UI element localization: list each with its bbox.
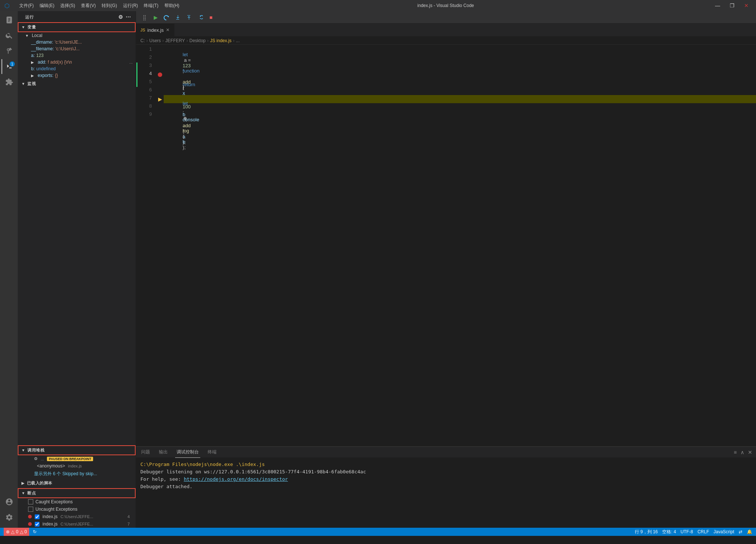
panel-tab-debug-console[interactable]: 调试控制台 — [175, 447, 200, 458]
code-line-1: let a = 123 ; — [164, 46, 756, 54]
uncaught-exceptions-checkbox[interactable] — [28, 507, 33, 512]
menu-terminal[interactable]: 终端(T) — [144, 3, 158, 9]
status-debug-run[interactable]: ↻ — [33, 529, 37, 534]
activity-settings[interactable] — [1, 510, 16, 525]
activity-debug[interactable]: 1 — [1, 59, 16, 74]
menu-run[interactable]: 运行(R) — [123, 3, 138, 9]
activity-extensions[interactable] — [1, 75, 16, 89]
breadcrumb-c[interactable]: C: — [140, 38, 145, 43]
loaded-scripts-header[interactable]: ▶ 已载入的脚本 — [18, 478, 136, 488]
terminal-path: C:\Program Files\nodejs\node.exe .\index… — [140, 462, 265, 467]
sidebar-title-icons[interactable]: ⚙ ⋯ — [118, 14, 131, 20]
code-content[interactable]: let a = 123 ; function add ( x ) — [164, 45, 756, 446]
line-num-1: 1 — [138, 46, 152, 54]
tab-js-icon: JS — [140, 28, 145, 32]
toolbar-drag-handle[interactable]: ⣿ — [140, 13, 149, 22]
local-group[interactable]: ▼ Local — [18, 32, 136, 39]
breakpoint-check-4[interactable] — [35, 514, 40, 519]
breadcrumb-desktop[interactable]: Desktop — [189, 38, 205, 43]
variables-header[interactable]: ▼ 变量 — [18, 22, 136, 32]
var-a[interactable]: a: 123 — [18, 52, 136, 59]
watch-header[interactable]: ▼ 监视 — [18, 79, 136, 89]
var-exports[interactable]: ▶ exports: {} — [18, 72, 136, 79]
status-debug-icon[interactable]: ⊗ △ 0 △ 0 — [4, 528, 29, 536]
breadcrumb-ellipsis[interactable]: ... — [236, 38, 240, 43]
breakpoint-check-7[interactable] — [35, 522, 40, 527]
menu-bar[interactable]: 文件(F) 编辑(E) 选择(S) 查看(V) 转到(G) 运行(R) 终端(T… — [19, 3, 179, 9]
breakpoints-label: 断点 — [27, 490, 36, 496]
menu-file[interactable]: 文件(F) — [19, 3, 34, 9]
settings-icon[interactable]: ⚙ — [118, 14, 123, 20]
toolbar-restart-button[interactable] — [195, 13, 205, 22]
menu-select[interactable]: 选择(S) — [60, 3, 75, 9]
status-encoding[interactable]: UTF-8 — [681, 529, 693, 534]
panel-tab-terminal[interactable]: 终端 — [206, 447, 218, 458]
tab-close-button[interactable]: ✕ — [166, 27, 170, 33]
activity-explorer[interactable] — [1, 13, 16, 27]
uncaught-exceptions-item[interactable]: Uncaught Exceptions — [18, 506, 136, 513]
breadcrumb-users[interactable]: Users — [149, 38, 161, 43]
var-dirname[interactable]: __dirname: 'c:\Users\JE... — [18, 39, 136, 45]
var-exports-val: {} — [55, 73, 58, 78]
menu-goto[interactable]: 转到(G) — [102, 3, 117, 9]
menu-view[interactable]: 查看(V) — [81, 3, 96, 9]
code-line-8 — [164, 103, 756, 111]
maximize-button[interactable]: ❐ — [727, 2, 738, 9]
loaded-scripts-label: 已载入的脚本 — [27, 480, 52, 486]
line-num-4: 4 — [138, 71, 152, 79]
var-exports-key: exports: — [38, 73, 54, 78]
main-container: 1 运行 ⚙ ⋯ — [0, 11, 756, 536]
breadcrumb-sep-2: › — [162, 38, 164, 43]
terminal-inspector-link[interactable]: https://nodejs.org/en/docs/inspector — [184, 476, 288, 482]
skip-notice[interactable]: 显示另外 6 个 Skipped by skip... — [18, 470, 136, 478]
activity-search[interactable] — [1, 28, 16, 43]
debug-gear-icon: ⚙ — [34, 456, 38, 461]
toolbar-continue-button[interactable]: ▶ — [151, 13, 160, 22]
activity-bottom — [1, 494, 16, 528]
caught-exceptions-checkbox[interactable] — [28, 499, 33, 504]
more-actions-icon[interactable]: ⋯ — [126, 14, 131, 20]
callstack-anonymous[interactable]: <anonymous> index.js — [18, 462, 136, 470]
toolbar-step-out-button[interactable] — [184, 13, 194, 22]
breadcrumb-js[interactable]: JS index.js — [210, 38, 232, 43]
status-bar-right: 行 9，列 16 空格: 4 UTF-8 CRLF JavaScript ⇄ 🔔 — [635, 529, 752, 535]
var-filename[interactable]: __filename: 'c:\Users\J... — [18, 45, 136, 52]
breakpoint-item-7[interactable]: index.js C:\Users\JEFFE... 7 — [18, 520, 136, 528]
close-button[interactable]: ✕ — [741, 2, 752, 9]
panel-filter-icon[interactable]: ≡ — [734, 449, 737, 455]
var-b-val: undefined — [36, 66, 56, 71]
tab-index-js[interactable]: JS index.js ✕ — [136, 23, 174, 36]
status-notification-icon[interactable]: 🔔 — [747, 529, 752, 534]
breadcrumb-jeffery[interactable]: JEFFERY — [165, 38, 185, 43]
status-sync-icon[interactable]: ⇄ — [739, 529, 742, 534]
toolbar-step-over-button[interactable] — [162, 13, 171, 22]
line-num-7: 7 — [138, 95, 152, 103]
caught-exceptions-item[interactable]: Caught Exceptions — [18, 498, 136, 506]
editor-area: ⣿ ▶ ■ JS index.js — [136, 11, 756, 528]
breakpoints-header[interactable]: ▼ 断点 — [18, 488, 136, 498]
minimize-button[interactable]: — — [712, 2, 723, 9]
var-add-extra: ... — [129, 60, 133, 64]
breadcrumb-sep-1: › — [146, 38, 148, 43]
status-line-ending[interactable]: CRLF — [698, 529, 709, 534]
panel-tab-problems[interactable]: 问题 — [140, 447, 151, 458]
panel-controls[interactable]: ≡ ∧ ✕ — [734, 449, 752, 455]
window-controls[interactable]: — ❐ ✕ — [712, 2, 752, 9]
callstack-header[interactable]: ▼ 调用堆栈 — [18, 445, 136, 455]
activity-source-control[interactable] — [1, 44, 16, 58]
gutter-line-7: ▶ — [156, 95, 164, 103]
var-add[interactable]: ▶ add: f add(x) {\r\n ... — [18, 59, 136, 65]
menu-help[interactable]: 帮助(H) — [164, 3, 180, 9]
toolbar-step-into-button[interactable] — [173, 13, 183, 22]
panel-close-icon[interactable]: ✕ — [748, 449, 752, 455]
panel-collapse-icon[interactable]: ∧ — [740, 449, 744, 455]
menu-edit[interactable]: 编辑(E) — [40, 3, 54, 9]
activity-account[interactable] — [1, 494, 16, 509]
status-language[interactable]: JavaScript — [714, 529, 734, 534]
var-b[interactable]: b: undefined — [18, 65, 136, 72]
breakpoint-item-4[interactable]: index.js C:\Users\JEFFE... 4 — [18, 513, 136, 520]
status-position[interactable]: 行 9，列 16 — [635, 529, 658, 535]
panel-tab-output[interactable]: 输出 — [157, 447, 169, 458]
toolbar-stop-button[interactable]: ■ — [206, 13, 216, 22]
status-spaces[interactable]: 空格: 4 — [662, 529, 676, 535]
